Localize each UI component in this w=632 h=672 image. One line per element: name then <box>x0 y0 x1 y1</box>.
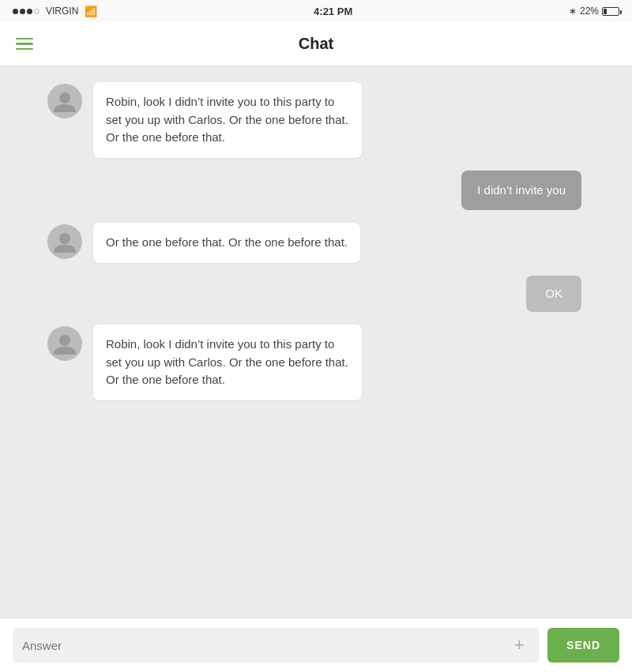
status-right: ∗ 22% <box>569 6 619 17</box>
dot4 <box>34 9 40 14</box>
nav-bar: Chat <box>0 22 632 66</box>
reply-row: OK <box>47 276 585 313</box>
carrier-label: VIRGIN <box>46 6 78 17</box>
answer-input[interactable] <box>22 639 505 652</box>
battery-percent: 22% <box>580 6 599 17</box>
svg-point-0 <box>59 92 70 103</box>
dot1 <box>13 9 18 14</box>
dot2 <box>20 9 25 14</box>
phone-frame: VIRGIN 📶 4:21 PM ∗ 22% Chat <box>0 0 632 672</box>
battery-fill <box>604 9 607 14</box>
add-attachment-button[interactable]: + <box>508 634 530 656</box>
status-bar: VIRGIN 📶 4:21 PM ∗ 22% <box>0 0 632 22</box>
input-bar: + SEND <box>0 618 632 672</box>
hamburger-menu-button[interactable] <box>16 38 33 51</box>
svg-point-1 <box>59 233 70 244</box>
list-item: Robin, look I didn’t invite you to this … <box>47 82 585 158</box>
input-wrapper: + <box>13 628 540 663</box>
status-left: VIRGIN 📶 <box>13 6 97 17</box>
plus-icon: + <box>514 635 525 655</box>
list-item: Or the one before that. Or the one befor… <box>47 223 585 263</box>
bluetooth-icon: ∗ <box>569 6 577 17</box>
hamburger-line-2 <box>16 43 33 45</box>
svg-point-2 <box>59 335 70 346</box>
signal-dots <box>13 9 40 14</box>
status-time: 4:21 PM <box>314 6 352 17</box>
dot3 <box>27 9 32 14</box>
avatar <box>47 326 82 361</box>
chat-area: Robin, look I didn’t invite you to this … <box>0 66 632 618</box>
reply-row: I didn’t invite you <box>47 171 585 211</box>
message-bubble-incoming: Robin, look I didn’t invite you to this … <box>93 325 362 400</box>
avatar <box>47 224 82 259</box>
message-bubble-outgoing: I didn’t invite you <box>461 171 581 211</box>
avatar <box>47 84 82 118</box>
battery-icon <box>602 7 619 16</box>
hamburger-line-1 <box>16 38 33 40</box>
message-bubble-outgoing-ok: OK <box>526 276 581 313</box>
message-bubble-incoming: Or the one before that. Or the one befor… <box>93 223 360 263</box>
wifi-icon: 📶 <box>85 6 97 17</box>
send-button[interactable]: SEND <box>547 628 619 663</box>
hamburger-line-3 <box>16 48 33 51</box>
list-item: Robin, look I didn’t invite you to this … <box>47 325 585 400</box>
message-bubble-incoming: Robin, look I didn’t invite you to this … <box>93 82 362 158</box>
page-title: Chat <box>299 35 333 53</box>
